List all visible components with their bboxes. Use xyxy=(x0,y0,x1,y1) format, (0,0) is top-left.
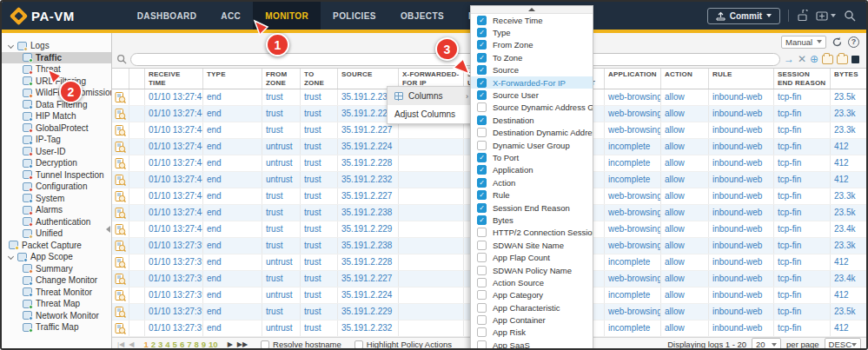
cell-from[interactable]: trust xyxy=(262,106,301,122)
cell-app[interactable]: web-browsing xyxy=(605,221,661,237)
checked-checkbox-icon[interactable]: ✓ xyxy=(477,116,487,125)
cell-app[interactable]: incomplete xyxy=(605,172,661,188)
sidebar-item-app-scope[interactable]: App Scope xyxy=(2,251,111,263)
cell-reason[interactable]: tcp-fin xyxy=(774,139,831,155)
cell-app[interactable]: web-browsing xyxy=(605,89,661,105)
cell-reason[interactable]: tcp-fin xyxy=(774,221,831,237)
cell-time[interactable]: 01/10 13:27:44 xyxy=(145,155,203,171)
log-detail-cell[interactable] xyxy=(112,304,129,320)
cell-bytes[interactable]: 412 xyxy=(831,287,868,303)
cell-to[interactable]: trust xyxy=(301,271,338,287)
cell-source[interactable]: 35.191.2.228 xyxy=(338,254,399,270)
cell-action[interactable]: allow xyxy=(661,304,709,320)
cell-type[interactable]: end xyxy=(203,287,262,303)
cell-rule[interactable]: inbound-web xyxy=(709,188,774,204)
cell-from[interactable]: trust xyxy=(262,221,301,237)
cell-time[interactable]: 01/10 13:27:39 xyxy=(145,238,203,254)
picker-item-bytes[interactable]: ✓Bytes xyxy=(471,214,593,226)
cell-type[interactable]: end xyxy=(203,122,262,138)
cell-to[interactable]: trust xyxy=(301,320,338,336)
cell-type[interactable]: end xyxy=(203,238,262,254)
per-page-select[interactable]: 20 xyxy=(752,338,781,350)
cell-from[interactable]: untrust xyxy=(262,172,301,188)
task-manager-button[interactable] xyxy=(816,10,836,22)
unchecked-checkbox-icon[interactable] xyxy=(477,102,487,112)
unchecked-checkbox-icon[interactable] xyxy=(477,278,487,287)
checked-checkbox-icon[interactable]: ✓ xyxy=(477,165,487,175)
sort-order-select[interactable]: DESC xyxy=(825,338,861,350)
sidebar-item-threat-map[interactable]: Threat Map xyxy=(2,298,111,310)
cell-action[interactable]: allow xyxy=(661,106,709,122)
page-number-4[interactable]: 4 xyxy=(165,340,169,349)
cell-from[interactable]: untrust xyxy=(262,254,301,270)
column-header-app[interactable]: APPLICATION xyxy=(605,69,661,89)
column-header-rule[interactable]: RULE xyxy=(709,69,774,89)
sidebar-item-logs[interactable]: Logs xyxy=(2,40,111,52)
expand-chevron-icon[interactable] xyxy=(8,254,14,260)
cell-to[interactable]: trust xyxy=(301,238,338,254)
log-detail-cell[interactable] xyxy=(112,122,129,138)
cell-bytes[interactable]: 23.3k xyxy=(831,188,868,204)
sidebar-item-packet-capture[interactable]: Packet Capture xyxy=(2,240,111,252)
help-icon[interactable]: ? xyxy=(848,36,859,48)
cell-app[interactable]: web-browsing xyxy=(605,106,661,122)
cell-to[interactable]: trust xyxy=(301,205,338,221)
column-header-bytes[interactable]: BYTES xyxy=(831,69,868,89)
commit-button[interactable]: Commit xyxy=(707,8,780,24)
cell-rule[interactable]: inbound-web xyxy=(709,320,774,336)
sidebar-item-tunnel-inspection[interactable]: Tunnel Inspection xyxy=(2,169,111,182)
cell-xff[interactable] xyxy=(399,238,464,254)
picker-item-destination-dynamic-address-group[interactable]: Destination Dynamic Address Group xyxy=(471,127,593,139)
cell-type[interactable]: end xyxy=(203,254,262,270)
picker-item-app-container[interactable]: App Container xyxy=(471,314,593,326)
log-detail-cell[interactable] xyxy=(112,271,129,287)
sidebar-item-data-filtering[interactable]: Data Filtering xyxy=(2,99,111,111)
picker-item-rule[interactable]: ✓Rule xyxy=(471,188,593,201)
page-number-1[interactable]: 1 xyxy=(143,340,148,349)
cell-action[interactable]: allow xyxy=(661,172,709,188)
cell-time[interactable]: 01/10 13:27:39 xyxy=(145,287,203,303)
picker-item-x-forwarded-for-ip[interactable]: ✓X-Forwarded-For IP xyxy=(471,76,593,89)
cell-bytes[interactable]: 23.5k xyxy=(831,205,868,221)
cell-reason[interactable]: tcp-fin xyxy=(774,254,831,270)
sidebar-item-network-monitor[interactable]: Network Monitor xyxy=(2,310,111,322)
cell-rule[interactable]: inbound-web xyxy=(709,254,774,270)
cell-type[interactable]: end xyxy=(203,271,262,287)
cell-reason[interactable]: tcp-fin xyxy=(774,238,831,254)
tab-policies[interactable]: POLICIES xyxy=(321,2,388,30)
cell-reason[interactable]: tcp-fin xyxy=(774,89,831,105)
sidebar-item-summary[interactable]: Summary xyxy=(2,263,111,275)
cell-time[interactable]: 01/10 13:27:44 xyxy=(145,188,203,204)
checked-checkbox-icon[interactable]: ✓ xyxy=(477,190,487,200)
prev-page-icon[interactable]: ◀ xyxy=(129,340,134,348)
cell-type[interactable]: end xyxy=(203,205,262,221)
picker-item-source-dynamic-address-group[interactable]: Source Dynamic Address Group xyxy=(471,102,593,114)
unchecked-checkbox-icon[interactable] xyxy=(477,290,487,300)
sidebar-item-decryption[interactable]: Decryption xyxy=(2,157,111,169)
cell-time[interactable]: 01/10 13:27:44 xyxy=(145,106,203,122)
cell-source[interactable]: 35.191.2.227 xyxy=(338,188,399,204)
picker-item-action[interactable]: ✓Action xyxy=(471,176,593,188)
sidebar-item-threat-monitor[interactable]: Threat Monitor xyxy=(2,287,111,299)
cell-from[interactable]: trust xyxy=(262,89,301,105)
cell-source[interactable]: 35.191.2.224 xyxy=(338,287,399,303)
cell-source[interactable]: 35.191.2.232 xyxy=(338,172,399,188)
tab-dashboard[interactable]: DASHBOARD xyxy=(125,2,209,30)
load-filter-icon[interactable] xyxy=(837,55,848,64)
context-menu-item-columns[interactable]: Columns› xyxy=(388,87,475,105)
cell-to[interactable]: trust xyxy=(301,172,338,188)
cell-time[interactable]: 01/10 13:27:39 xyxy=(145,320,203,336)
cell-from[interactable]: trust xyxy=(262,304,301,320)
picker-item-source[interactable]: ✓Source xyxy=(471,64,593,76)
cell-rule[interactable]: inbound-web xyxy=(709,139,774,155)
expand-chevron-icon[interactable] xyxy=(8,43,14,49)
cell-from[interactable]: trust xyxy=(262,238,301,254)
cell-action[interactable]: allow xyxy=(661,271,709,287)
sidebar-item-globalprotect[interactable]: GlobalProtect xyxy=(2,122,111,135)
cell-type[interactable]: end xyxy=(203,320,262,336)
page-number-8[interactable]: 8 xyxy=(194,340,198,349)
cell-time[interactable]: 01/10 13:27:44 xyxy=(145,122,203,138)
cell-xff[interactable] xyxy=(399,304,464,320)
cell-action[interactable]: allow xyxy=(661,238,709,254)
cell-xff[interactable] xyxy=(399,139,464,155)
